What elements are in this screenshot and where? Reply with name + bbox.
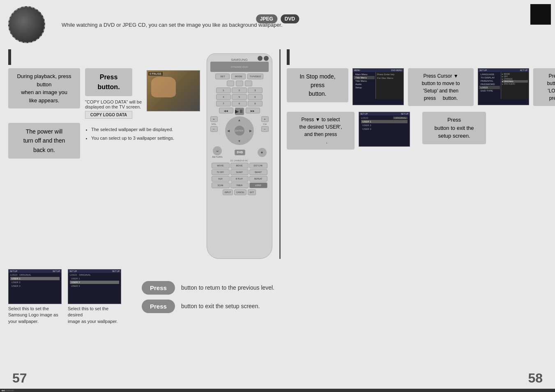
remote-btn-9[interactable]: 9	[248, 101, 263, 106]
remote-btn-3[interactable]: 3	[248, 88, 263, 93]
section-divider-bar	[8, 49, 11, 65]
remote-cancel-btn[interactable]: CANCEL	[234, 189, 246, 195]
tv4-user3: USER 3	[361, 127, 408, 131]
remote-str-fwd[interactable]: ▶▶	[246, 108, 260, 113]
tv1-setup: Setup	[354, 86, 375, 89]
bottom-tv2-user3: USER 3	[70, 284, 119, 288]
remote-ch-up[interactable]: +	[261, 116, 269, 122]
remote-btn-6[interactable]: 6	[248, 94, 263, 100]
remote-ch-down[interactable]: −	[261, 126, 269, 132]
remote-return-btn[interactable]: ↩	[213, 146, 222, 155]
bottom-caption-2: Select this to set the desired image as …	[68, 306, 121, 325]
step2-left-text: The power willturn off and thenback on.	[23, 128, 65, 153]
bottom-tv2-user2: USER 2	[70, 281, 119, 284]
press-select-user-box: Press ▼ to selectthe desired 'USER',and …	[287, 112, 355, 150]
tv2-dvd-type: DVD TYPE	[479, 89, 500, 92]
remote-btn-7[interactable]: 7	[216, 101, 231, 106]
remote-dvd-btn[interactable]: DVD	[235, 150, 246, 155]
step1-left-text: During playback, pressbuttonwhen an imag…	[17, 73, 71, 104]
remote-right-arrow[interactable]: ▶	[249, 129, 252, 133]
left-content-block: During playback, pressbuttonwhen an imag…	[8, 49, 201, 259]
cursor-logo-box: Press Cursor ▼button to move to'LOGO' an…	[533, 68, 555, 106]
remote-display: DYNAMIC·DVD	[210, 62, 269, 72]
cursor-setup-text: Press Cursor ▼button to move to'Setup' a…	[422, 73, 460, 101]
remote-set-btn[interactable]: SET	[215, 74, 230, 79]
press-row-2: Press button to exit the setup screen.	[142, 300, 547, 313]
page-left: 57	[12, 371, 27, 386]
tv1-title-menu2: Title Menu	[354, 79, 375, 83]
step1-press-text: Press button.	[97, 74, 120, 90]
bottom-section: SET UPSET UP LOGO ORIGINAL USER 1 USER 2…	[0, 263, 555, 331]
tv2-password: PASSWORD	[479, 83, 500, 86]
remote-down-arrow[interactable]: ▼	[238, 139, 241, 143]
tv4-user1: USER 1	[361, 120, 408, 123]
step2-left-box: The power willturn off and thenback on.	[8, 123, 80, 159]
copy-logo-label: COPY LOGO DATA	[85, 111, 132, 119]
badge-jpeg: JPEG	[256, 14, 277, 23]
remote-control-area: SAMSUNG DYNAMIC·DVD SET MODE TV/VIDEO	[201, 49, 277, 259]
bottom-tv1-user2: USER 2	[10, 281, 60, 284]
step1-left-box: During playback, pressbuttonwhen an imag…	[8, 68, 80, 108]
bottom-tv1: SET UPSET UP LOGO ORIGINAL USER 1 USER 2…	[8, 269, 62, 304]
remote-dpad[interactable]: ▲ ▼ ◀ ▶ ENTER	[225, 116, 254, 145]
bottom-tv2-user1: USER 1	[70, 277, 119, 280]
bottom-tv1-user1: USER 1	[10, 277, 60, 280]
badge-dvd: DVD	[281, 14, 299, 23]
remote-btn-5[interactable]: 5	[232, 94, 247, 100]
remote-tv-off[interactable]: TV OFF	[212, 169, 230, 175]
remote-up-arrow[interactable]: ▲	[238, 118, 241, 122]
remote-extra-btn[interactable]: EXT	[248, 189, 256, 195]
press-exit-text: Pressbutton to exit thesetup screen.	[434, 117, 474, 139]
remote-movie2-btn[interactable]: MOVIE	[230, 163, 249, 168]
remote-btn-2[interactable]: 2	[232, 88, 247, 93]
bullet1: The selected wallpaper will be displayed…	[91, 126, 184, 134]
remote-timer[interactable]: TIMER	[230, 182, 249, 188]
header: While watching a DVD or JPEG CD, you can…	[0, 0, 555, 47]
tv-screen-dvd-menu: MENUDVD MENU Main Menu Title Menu Title …	[352, 68, 404, 105]
press-select-user-text: Press ▼ to selectthe desired 'USER',and …	[299, 117, 342, 145]
remote-input-btn[interactable]: INPUT	[223, 189, 233, 195]
remote-aux[interactable]: AUX	[212, 176, 230, 182]
bottom-caption-1: Select this to set the Samsung Logo imag…	[8, 306, 62, 325]
tv1-for-disc: For Disc Menu	[377, 77, 402, 79]
remote-btn-8[interactable]: 8	[232, 101, 247, 106]
remote-logo[interactable]: LOGO	[249, 182, 267, 188]
cursor-setup-box: Press Cursor ▼button to move to'Setup' a…	[408, 68, 474, 106]
tv-screen-setup1: SET UPACT UP LANGUAGE TV DISPLAY PARENTA…	[478, 68, 529, 105]
remote-enter-btn[interactable]: ENTER	[235, 126, 244, 136]
bottom-tv1-user3: USER 3	[10, 284, 60, 288]
remote-tv-video-btn[interactable]: TV/VIDEO	[247, 74, 263, 79]
remote-center-btn[interactable]: ▶⏸	[235, 108, 244, 115]
remote-vol-up[interactable]: +	[210, 116, 218, 122]
page-right: 58	[528, 371, 543, 386]
remote-movie-btn[interactable]: MOVIE	[212, 163, 230, 168]
bottom-press-rows: Press button to return to the previous l…	[142, 269, 547, 325]
remote-vol-down[interactable]: −	[210, 126, 218, 132]
remote-repeat[interactable]: REPEAT	[249, 176, 267, 182]
press1-desc: button to return to the previous level.	[181, 284, 274, 291]
remote-str-back[interactable]: ◀◀	[219, 108, 233, 113]
tv2-tv-display: TV DISPLAY	[479, 76, 500, 79]
remote-zoom-btn[interactable]: ⊕	[258, 148, 267, 157]
remote-mode-btn[interactable]: MODE	[231, 74, 246, 79]
vol-chan-row: + VOL − ▲ ▼ ◀ ▶ ENTER + CH −	[210, 116, 269, 145]
tv1-main-menu: Main Menu	[354, 73, 375, 76]
in-stop-mode-text: In Stop mode,pressbutton.	[299, 73, 335, 97]
remote-dst-chk[interactable]: DST CHK	[249, 163, 267, 168]
bottom-tv2: SET UPSET UP LOGO ORIGINAL USER 1 USER 2…	[68, 269, 121, 304]
tv2-language: LANGUAGE	[479, 73, 500, 76]
remote-btn-4[interactable]: 4	[216, 94, 231, 100]
remote-left-arrow[interactable]: ◀	[227, 129, 230, 133]
press2-desc: button to exit the setup screen.	[181, 303, 260, 309]
remote-smart[interactable]: SMART	[249, 169, 267, 175]
logo-circle	[8, 6, 45, 43]
remote-b-play[interactable]: B PLAY	[230, 176, 249, 182]
right-section-divider	[287, 49, 290, 65]
remote-scan[interactable]: SCAN	[212, 182, 230, 188]
remote-control: SAMSUNG DYNAMIC·DVD SET MODE TV/VIDEO	[207, 53, 272, 259]
remote-btn-1[interactable]: 1	[216, 88, 231, 93]
remote-sleep[interactable]: SLEEP	[230, 169, 249, 175]
tv1-press-enter: Press Enter key	[377, 73, 402, 76]
press-btn-2: Press	[142, 300, 175, 313]
remote-model-text: DC-14VBI/DVD-BC	[210, 159, 269, 162]
